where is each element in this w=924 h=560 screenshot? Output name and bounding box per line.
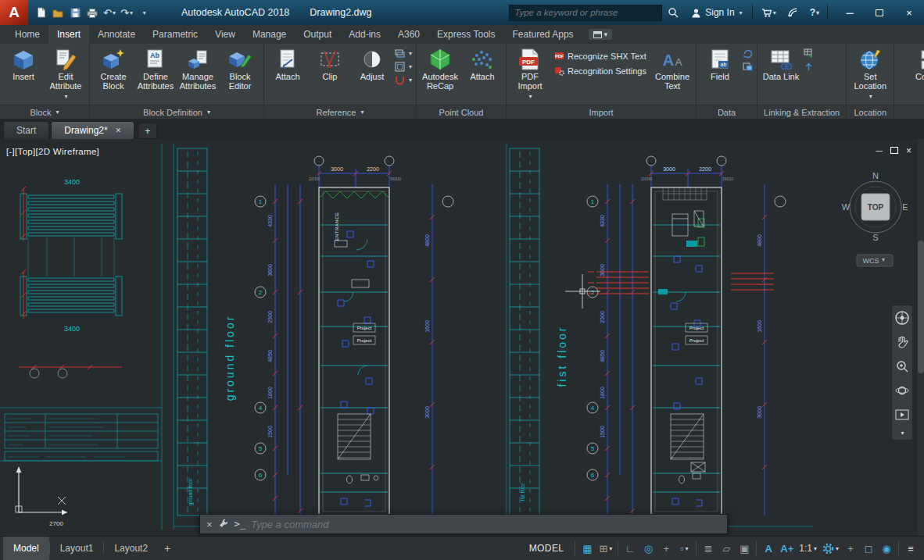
full-navigation-wheel-button[interactable]: [893, 309, 911, 327]
graphics-performance-toggle[interactable]: ◉: [878, 539, 895, 558]
search-input[interactable]: [514, 8, 657, 17]
layout-tab-layout2[interactable]: Layout2: [104, 537, 158, 560]
plot-button[interactable]: [84, 4, 100, 21]
ribbon-tab-a360[interactable]: A360: [389, 25, 428, 44]
object-snap-toggle[interactable]: ▫▾: [675, 539, 693, 558]
frames-dropdown[interactable]: ▾: [395, 62, 412, 72]
zoom-extents-icon[interactable]: [893, 357, 911, 376]
update-fields-button[interactable]: [743, 48, 753, 59]
data-link-button[interactable]: Data Link: [760, 45, 802, 104]
close-button[interactable]: ×: [894, 0, 924, 25]
panel-title-data[interactable]: Data: [697, 105, 757, 119]
drawing-canvas[interactable]: 3400 3400: [0, 139, 924, 536]
model-space-button[interactable]: MODEL: [521, 543, 572, 554]
scrollbar-thumb[interactable]: [918, 241, 924, 373]
combine-text-button[interactable]: AA Combine Text: [651, 45, 693, 104]
ortho-mode-toggle[interactable]: ∟: [621, 539, 639, 558]
first-floor-plan[interactable]: fist floor fist floor 1 2 4 5 6: [510, 148, 786, 515]
recognize-shx-text-button[interactable]: PDFRecognize SHX Text: [554, 51, 648, 61]
layout-tab-model[interactable]: Model: [3, 537, 49, 560]
command-line-customize-icon[interactable]: [218, 518, 229, 531]
file-tab-drawing2[interactable]: Drawing2* ×: [51, 121, 134, 139]
ribbon-tab-home[interactable]: Home: [6, 25, 48, 44]
qat-customize-button[interactable]: ▾: [136, 4, 152, 21]
snap-mode-toggle[interactable]: ⊞▾: [596, 539, 614, 558]
viewcube-west[interactable]: W: [842, 202, 851, 212]
new-file-button[interactable]: [33, 4, 48, 21]
grid-display-toggle[interactable]: ▦: [578, 539, 596, 558]
lineweight-toggle[interactable]: ≣: [700, 539, 717, 558]
autodesk-recap-button[interactable]: Autodesk ReCap: [419, 45, 461, 104]
ribbon-display-toggle[interactable]: ▾: [589, 29, 613, 40]
stay-connected-icon[interactable]: [782, 0, 804, 25]
panel-title-location[interactable]: Location: [847, 105, 894, 119]
close-tab-icon[interactable]: ×: [116, 125, 121, 136]
command-line-close-icon[interactable]: ×: [206, 519, 213, 530]
snap-to-underlays-button[interactable]: ▾: [395, 75, 412, 85]
isolate-objects-toggle[interactable]: ◻: [860, 539, 877, 558]
open-file-button[interactable]: [50, 4, 66, 21]
ribbon-tab-annotate[interactable]: Annotate: [89, 25, 144, 44]
panel-title-import[interactable]: Import: [507, 105, 696, 119]
attach-point-cloud-button[interactable]: Attach: [461, 45, 503, 104]
recognition-settings-button[interactable]: Recognition Settings: [554, 66, 648, 76]
define-attributes-button[interactable]: Ab Define Attributes: [134, 45, 177, 104]
undo-button[interactable]: ↶▾: [102, 4, 117, 21]
customization-button[interactable]: ≡: [902, 539, 919, 558]
annotation-monitor-toggle[interactable]: +: [842, 539, 859, 558]
ribbon-tab-manage[interactable]: Manage: [244, 25, 295, 44]
detail-view[interactable]: 3400 3400: [19, 178, 122, 378]
viewcube-south[interactable]: S: [872, 233, 878, 242]
title-block-tables[interactable]: [5, 414, 158, 461]
ground-floor-plan[interactable]: ground floor ground floor 1 2 4 5 6: [177, 148, 453, 515]
upload-to-source-button[interactable]: [804, 62, 814, 72]
attach-reference-button[interactable]: Attach: [267, 45, 309, 104]
ribbon-tab-express-tools[interactable]: Express Tools: [428, 25, 503, 44]
workspace-switching-button[interactable]: ▾: [820, 539, 841, 558]
ribbon-tab-insert[interactable]: Insert: [48, 25, 89, 44]
file-tab-start[interactable]: Start: [3, 121, 49, 139]
navbar-menu-caret[interactable]: ▾: [901, 430, 904, 437]
viewcube-north[interactable]: N: [872, 171, 879, 180]
edit-attribute-button[interactable]: Edit Attribute ▾: [45, 45, 87, 104]
pan-hand-icon[interactable]: [893, 333, 911, 351]
object-snap-tracking-toggle[interactable]: +: [657, 539, 675, 558]
underlay-layers-button[interactable]: ▾: [395, 48, 412, 59]
field-button[interactable]: ab Field: [699, 45, 741, 104]
ribbon-tab-featured-apps[interactable]: Featured Apps: [504, 25, 582, 44]
wcs-dropdown[interactable]: WCS: [857, 255, 893, 266]
create-block-button[interactable]: Create Block: [92, 45, 134, 104]
viewcube-east[interactable]: E: [902, 202, 908, 212]
command-input[interactable]: [251, 519, 721, 530]
viewport-controls-label[interactable]: [-][Top][2D Wireframe]: [6, 147, 99, 156]
viewcube[interactable]: N W E S TOP WCS: [842, 171, 908, 266]
extract-data-button[interactable]: [804, 48, 814, 59]
insert-block-button[interactable]: Insert: [2, 45, 45, 104]
model-space-drawing[interactable]: 3400 3400: [0, 139, 924, 536]
new-tab-button[interactable]: +: [138, 123, 157, 139]
set-location-button[interactable]: Set Location ▾: [849, 45, 891, 104]
manage-attributes-button[interactable]: Manage Attributes: [177, 45, 219, 104]
transparency-toggle[interactable]: ▱: [718, 539, 735, 558]
panel-title-linking-extraction[interactable]: Linking & Extraction: [757, 105, 846, 119]
viewcube-top-label[interactable]: TOP: [868, 203, 884, 212]
ribbon-tab-addins[interactable]: Add-ins: [340, 25, 389, 44]
panel-title-reference[interactable]: Reference▾: [264, 105, 416, 119]
autocad-logo[interactable]: A: [0, 0, 28, 25]
adjust-button[interactable]: Adjust: [351, 45, 393, 104]
annotation-scale-button[interactable]: 1:1▾: [797, 539, 819, 558]
clip-button[interactable]: Clip: [309, 45, 351, 104]
help-button[interactable]: ?▾: [804, 0, 825, 25]
pdf-import-button[interactable]: PDF PDF Import ▾: [509, 45, 551, 104]
selection-cycling-toggle[interactable]: ▣: [736, 539, 753, 558]
ole-object-button[interactable]: [743, 62, 753, 72]
autoscale-toggle[interactable]: A+: [778, 539, 796, 558]
orbit-icon[interactable]: [893, 381, 911, 400]
ribbon-tab-view[interactable]: View: [206, 25, 244, 44]
panel-title-block[interactable]: Block▾: [0, 105, 89, 119]
redo-button[interactable]: ↷▾: [119, 4, 134, 21]
layout-tab-layout1[interactable]: Layout1: [50, 537, 104, 560]
viewport-minimize-icon[interactable]: ─: [876, 145, 883, 156]
annotation-visibility-toggle[interactable]: A: [760, 539, 777, 558]
polar-tracking-toggle[interactable]: ◎: [639, 539, 657, 558]
